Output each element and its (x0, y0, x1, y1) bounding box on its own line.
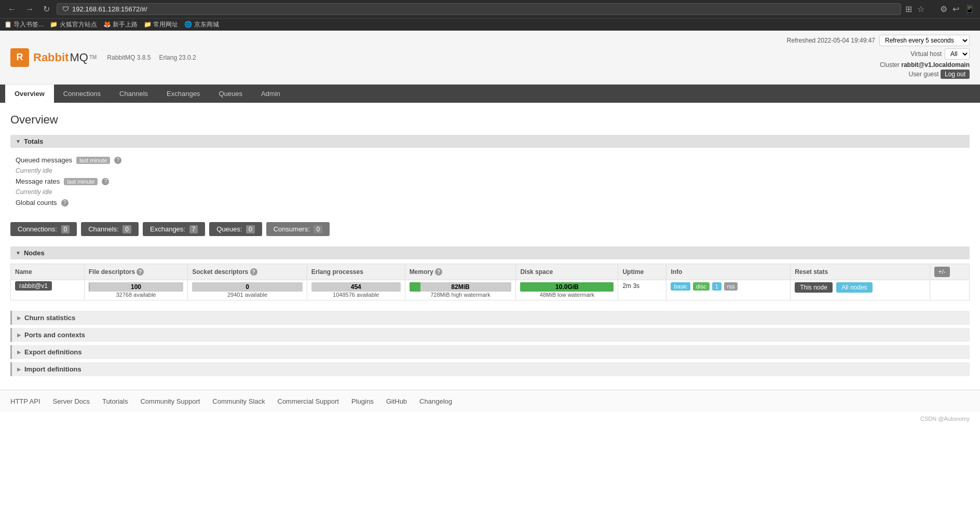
bookmark-newbie[interactable]: 🦊 新手上路 (103, 20, 138, 29)
this-node-button[interactable]: This node (795, 282, 833, 293)
cluster-line: Cluster rabbit@v1.localdomain (787, 61, 970, 68)
node-name-cell: rabbit@v1 (11, 280, 85, 300)
footer-community-support[interactable]: Community Support (140, 397, 200, 405)
file-descriptors-available: 32768 available (89, 292, 184, 298)
channels-count-value: 0 (122, 225, 131, 233)
node-name-badge: rabbit@v1 (15, 281, 52, 291)
erlang-processes-bar: 454 (311, 282, 401, 292)
message-rates-help[interactable]: ? (102, 178, 109, 185)
security-icon: 🛡 (62, 5, 69, 13)
socket-descriptors-bar: 0 (192, 282, 303, 292)
ports-chevron-icon: ▶ (17, 332, 21, 338)
import-definitions-section: ▶ Import definitions (10, 362, 970, 376)
address-bar[interactable]: 🛡 192.168.61.128:15672/#/ (57, 3, 901, 15)
queued-idle-text: Currently idle (16, 167, 52, 174)
refresh-button[interactable]: ↻ (40, 3, 52, 15)
vhost-label: Virtual host (910, 50, 942, 58)
info-cell: basic disc 1 rss (666, 280, 791, 300)
totals-section-title: Totals (24, 137, 43, 145)
rabbitmq-version: RabbitMQ 3.8.5 (107, 54, 151, 61)
cluster-label: Cluster (880, 61, 900, 68)
memory-value: 82MiB (410, 282, 512, 292)
tab-admin[interactable]: Admin (252, 85, 290, 103)
nav-tabs: Overview Connections Channels Exchanges … (0, 85, 980, 103)
back-button[interactable]: ← (5, 4, 19, 15)
bookmark-import[interactable]: 📋 导入书签... (4, 20, 44, 29)
churn-statistics-section: ▶ Churn statistics (10, 311, 970, 325)
disk-space-value: 10.0GiB (520, 282, 614, 292)
bookmarks-bar: 📋 导入书签... 📁 火狐官方站点 🦊 新手上路 📁 常用网址 🌐 京东商城 (0, 18, 980, 31)
file-descriptors-help[interactable]: ? (137, 268, 144, 276)
queued-messages-row: Queued messages last minute ? (16, 156, 964, 164)
message-rates-row: Message rates last minute ? (16, 177, 964, 185)
global-counts-help[interactable]: ? (61, 199, 69, 207)
totals-section-header[interactable]: ▼ Totals (10, 135, 970, 148)
mobile-icon[interactable]: 📱 (964, 4, 975, 14)
vhost-select[interactable]: All (945, 48, 970, 60)
connections-count-button[interactable]: Connections: 0 (10, 222, 77, 236)
footer-server-docs[interactable]: Server Docs (53, 397, 90, 405)
settings-icon[interactable]: ⚙ (940, 4, 947, 14)
col-info: Info (666, 264, 791, 280)
nodes-section-header[interactable]: ▼ Nodes (10, 246, 970, 259)
tab-overview[interactable]: Overview (5, 85, 54, 103)
ports-contexts-header[interactable]: ▶ Ports and contexts (10, 328, 970, 342)
tag-1: 1 (712, 282, 722, 291)
tab-exchanges[interactable]: Exchanges (157, 85, 209, 103)
churn-statistics-header[interactable]: ▶ Churn statistics (10, 311, 970, 325)
user-line: User guest Log out (787, 70, 970, 79)
nodes-chevron-icon: ▼ (16, 250, 21, 256)
channels-count-button[interactable]: Channels: 0 (81, 222, 139, 236)
consumers-count-button[interactable]: Consumers: 0 (266, 222, 330, 236)
import-chevron-icon: ▶ (17, 366, 21, 372)
bookmark-jd[interactable]: 🌐 京东商城 (184, 20, 219, 29)
footer-tutorials[interactable]: Tutorials (102, 397, 128, 405)
footer: HTTP API Server Docs Tutorials Community… (0, 390, 980, 412)
footer-changelog[interactable]: Changelog (419, 397, 452, 405)
bookmark-common[interactable]: 📁 常用网址 (144, 20, 178, 29)
refresh-select[interactable]: Refresh every 5 seconds Refresh every 10… (879, 35, 970, 46)
socket-descriptors-cell: 0 29401 available (188, 280, 307, 300)
forward-button[interactable]: → (23, 4, 36, 15)
footer-http-api[interactable]: HTTP API (10, 397, 40, 405)
tab-channels[interactable]: Channels (110, 85, 157, 103)
history-icon[interactable]: ↩ (952, 4, 959, 14)
footer-plugins[interactable]: Plugins (351, 397, 374, 405)
footer-community-slack[interactable]: Community Slack (212, 397, 265, 405)
plus-minus-button[interactable]: +/- (934, 267, 950, 277)
queued-messages-badge: last minute (76, 157, 110, 164)
col-erlang-processes: Erlang processes (307, 264, 405, 280)
queued-messages-help[interactable]: ? (114, 157, 121, 164)
extensions-icon[interactable]: ⊞ (905, 4, 912, 14)
import-definitions-header[interactable]: ▶ Import definitions (10, 362, 970, 376)
consumers-count-value: 0 (314, 225, 322, 233)
bookmark-icon[interactable]: ☆ (917, 4, 924, 14)
all-nodes-button[interactable]: All nodes (836, 282, 872, 293)
queues-count-button[interactable]: Queues: 0 (209, 222, 262, 236)
global-counts-label: Global counts (16, 199, 57, 207)
nodes-table: Name File descriptors ? Socket descripto… (10, 264, 970, 300)
footer-github[interactable]: GitHub (386, 397, 407, 405)
page-title: Overview (10, 113, 970, 127)
app-header: R RabbitMQTM RabbitMQ 3.8.5 Erlang 23.0.… (0, 31, 980, 85)
memory-help[interactable]: ? (435, 268, 442, 276)
ports-contexts-title: Ports and contexts (24, 331, 85, 339)
col-socket-descriptors: Socket descriptors ? (188, 264, 307, 280)
logout-button[interactable]: Log out (941, 70, 970, 79)
version-info: RabbitMQ 3.8.5 Erlang 23.0.2 (107, 54, 196, 61)
tab-queues[interactable]: Queues (209, 85, 252, 103)
ports-contexts-section: ▶ Ports and contexts (10, 328, 970, 342)
exchanges-count-button[interactable]: Exchanges: 7 (143, 222, 205, 236)
socket-descriptors-help[interactable]: ? (250, 268, 257, 276)
footer-commercial-support[interactable]: Commercial Support (278, 397, 339, 405)
username: guest (923, 71, 938, 78)
queues-count-value: 0 (246, 225, 255, 233)
export-definitions-header[interactable]: ▶ Export definitions (10, 345, 970, 359)
refresh-line: Refreshed 2022-05-04 19:49:47 Refresh ev… (787, 35, 970, 46)
bookmark-firefox[interactable]: 📁 火狐官方站点 (50, 20, 97, 29)
nodes-section-title: Nodes (24, 249, 45, 257)
col-plus-minus: +/- (930, 264, 969, 280)
file-descriptors-value: 100 (89, 282, 184, 292)
tab-connections[interactable]: Connections (54, 85, 110, 103)
col-file-descriptors: File descriptors ? (84, 264, 188, 280)
